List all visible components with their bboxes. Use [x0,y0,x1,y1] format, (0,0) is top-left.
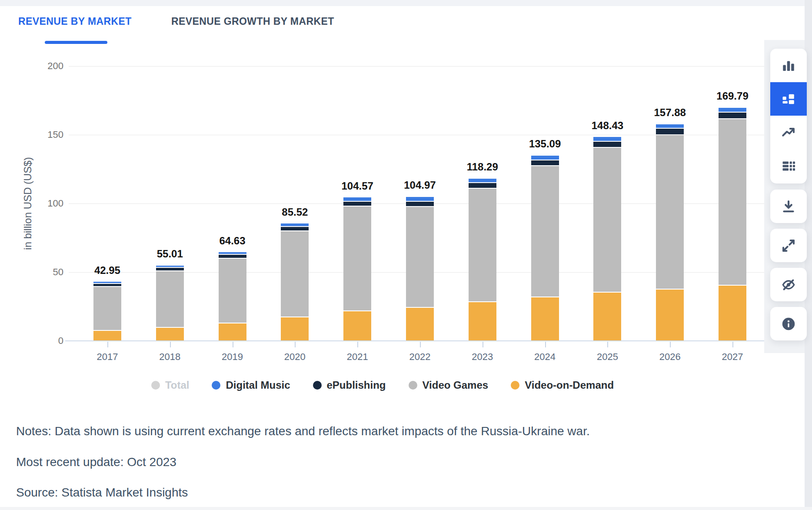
x-tick-2026 [670,342,671,347]
stacked-chart-icon[interactable] [770,82,807,116]
segment-epublishing-2017[interactable] [93,284,121,286]
segment-digital-music-2018[interactable] [156,266,184,267]
segment-digital-music-2017[interactable] [93,282,121,283]
eye-off-icon[interactable] [770,268,807,301]
y-tick-label-100: 100 [34,198,63,209]
last-update-note: Most recent update: Oct 2023 [16,455,176,469]
segment-epublishing-2024[interactable] [531,160,559,165]
segment-digital-music-2026[interactable] [656,124,684,128]
stacked-bar-2023[interactable] [469,178,496,341]
segment-video-on-demand-2027[interactable] [719,286,746,341]
segment-video-on-demand-2017[interactable] [93,331,121,341]
y-tick-label-200: 200 [34,60,63,72]
x-tick-2021 [357,342,358,347]
segment-epublishing-2020[interactable] [281,227,309,231]
segment-digital-music-2025[interactable] [593,137,621,140]
segment-video-games-2026[interactable] [656,135,684,288]
segment-video-on-demand-2024[interactable] [531,297,559,341]
legend-item-video-games[interactable]: Video Games [409,379,489,391]
segment-video-games-2019[interactable] [219,259,246,323]
download-icon[interactable] [770,190,807,223]
segment-video-on-demand-2020[interactable] [281,317,309,341]
bar-slot-2021: 104.572021 [326,66,389,341]
segment-epublishing-2026[interactable] [656,129,684,134]
segment-video-games-2021[interactable] [343,207,371,310]
x-tick-2025 [607,342,608,347]
bar-slot-2020: 85.522020 [263,66,326,341]
stacked-bar-2027[interactable] [719,107,746,341]
legend-item-video-on-demand[interactable]: Video-on-Demand [511,379,614,391]
segment-video-games-2022[interactable] [406,207,434,307]
segment-epublishing-2023[interactable] [469,183,496,188]
segment-video-games-2023[interactable] [469,189,496,302]
x-axis-line [65,340,770,341]
stacked-bar-2019[interactable] [219,252,246,341]
tab-bar: REVENUE BY MARKET REVENUE GROWTH BY MARK… [0,6,812,40]
segment-video-games-2018[interactable] [156,271,184,327]
stacked-bar-2017[interactable] [93,282,121,341]
legend-label: Total [165,379,190,391]
segment-video-on-demand-2018[interactable] [156,328,184,341]
legend-item-digital-music[interactable]: Digital Music [212,379,290,391]
stacked-bar-2026[interactable] [656,124,684,341]
legend-dot [313,381,322,390]
segment-epublishing-2022[interactable] [406,202,434,206]
x-label-2024: 2024 [534,351,556,363]
total-label-2026: 157.88 [654,107,686,119]
segment-digital-music-2022[interactable] [406,197,434,201]
segment-video-games-2027[interactable] [719,119,746,285]
legend-item-total[interactable]: Total [151,379,190,391]
total-label-2025: 148.43 [592,120,623,132]
plot-area: 42.95201755.01201864.63201985.522020104.… [76,66,764,341]
segment-video-on-demand-2021[interactable] [343,311,371,341]
legend-item-epublishing[interactable]: ePublishing [313,379,386,391]
segment-video-on-demand-2022[interactable] [406,308,434,341]
tab-revenue-growth-by-market[interactable]: REVENUE GROWTH BY MARKET [171,16,334,27]
line-chart-icon[interactable] [770,116,807,149]
x-label-2017: 2017 [97,351,118,363]
segment-digital-music-2021[interactable] [343,197,371,201]
segment-video-games-2017[interactable] [93,287,121,330]
segment-video-on-demand-2025[interactable] [593,293,621,341]
segment-video-on-demand-2023[interactable] [469,302,496,341]
stacked-bar-2021[interactable] [343,197,371,341]
segment-video-games-2024[interactable] [531,166,559,297]
column-chart-icon[interactable] [770,49,807,82]
bar-slot-2025: 148.432025 [576,66,639,341]
legend-dot [212,381,220,390]
x-tick-2027 [732,342,733,347]
segment-digital-music-2020[interactable] [281,223,309,226]
segment-digital-music-2019[interactable] [219,252,246,253]
stacked-bar-2024[interactable] [531,155,559,341]
segment-epublishing-2019[interactable] [219,255,246,258]
segment-epublishing-2027[interactable] [719,113,746,118]
segment-epublishing-2018[interactable] [156,268,184,270]
total-label-2023: 118.29 [467,161,498,173]
stacked-bar-2018[interactable] [156,265,184,341]
segment-video-on-demand-2026[interactable] [656,290,684,341]
bar-slot-2023: 118.292023 [451,66,514,341]
stacked-bar-2022[interactable] [406,197,434,341]
tab-revenue-by-market[interactable]: REVENUE BY MARKET [18,16,132,27]
segment-digital-music-2024[interactable] [531,156,559,160]
stacked-bar-2020[interactable] [281,223,309,341]
segment-video-on-demand-2019[interactable] [219,323,246,341]
x-label-2026: 2026 [659,351,681,363]
segment-video-games-2020[interactable] [281,231,309,317]
y-tick-label-150: 150 [34,129,63,140]
table-icon[interactable] [770,149,807,183]
x-tick-2019 [233,342,233,347]
segment-epublishing-2021[interactable] [343,202,371,205]
segment-video-games-2025[interactable] [593,148,621,292]
total-label-2019: 64.63 [220,235,246,247]
info-icon[interactable] [770,307,807,340]
bar-slot-2018: 55.012018 [139,66,201,341]
x-tick-2022 [420,342,421,347]
segment-epublishing-2025[interactable] [593,142,621,147]
legend-label: Video Games [423,379,489,391]
expand-icon[interactable] [770,229,807,262]
stacked-bar-2025[interactable] [593,137,621,341]
segment-digital-music-2027[interactable] [719,108,746,112]
segment-digital-music-2023[interactable] [469,179,496,182]
legend: TotalDigital MusicePublishingVideo Games… [0,379,765,391]
